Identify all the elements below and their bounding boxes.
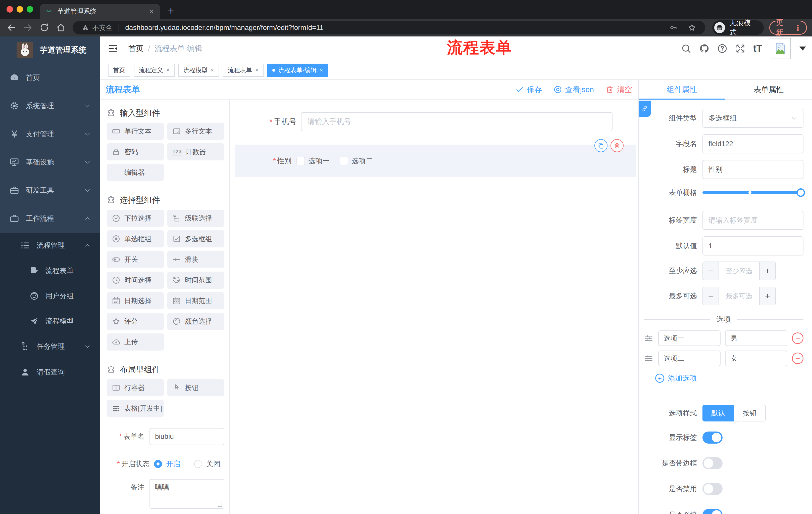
gender-option-1-label[interactable]: 选项一 <box>309 156 330 166</box>
remove-option-button[interactable]: − <box>792 332 804 344</box>
field-name-input[interactable]: field122 <box>702 134 804 154</box>
component-time-picker[interactable]: 时间选择 <box>107 272 164 289</box>
option-1-label-input[interactable]: 选项一 <box>658 330 721 346</box>
reload-icon[interactable] <box>39 23 49 33</box>
url-bar[interactable]: 不安全 dashboard.yudao.iocoder.cn/bpm/manag… <box>72 21 705 34</box>
sidebar-item-infrastructure[interactable]: 基础设施 <box>0 148 100 176</box>
save-button[interactable]: 保存 <box>515 84 542 95</box>
min-select-input[interactable]: 至少应选 <box>719 262 759 280</box>
home-icon[interactable] <box>56 23 65 33</box>
title-input[interactable]: 性别 <box>702 160 804 179</box>
stepper-plus-button[interactable]: + <box>759 262 775 280</box>
help-icon[interactable] <box>717 43 728 54</box>
disabled-toggle[interactable] <box>702 483 723 495</box>
sidebar-item-task-management[interactable]: 任务管理 <box>0 334 100 359</box>
component-radio-group[interactable]: 单选框组 <box>107 231 164 247</box>
browser-tab[interactable]: 芋道管理系统 × <box>40 4 160 19</box>
browser-update-button[interactable]: 更新 ⋮ <box>769 21 807 35</box>
component-editor[interactable]: 编辑器 <box>107 164 164 181</box>
phone-field-row[interactable]: *手机号 请输入手机号 <box>259 112 638 131</box>
tab-form-props[interactable]: 表单属性 <box>725 80 812 99</box>
option-2-label-input[interactable]: 选项二 <box>658 351 721 366</box>
component-color-picker[interactable]: 颜色选择 <box>167 313 224 330</box>
tag-close-icon[interactable]: × <box>255 66 259 74</box>
form-remark-textarea[interactable]: 嘿嘿 <box>149 479 224 509</box>
gender-checkbox-1[interactable] <box>296 157 305 165</box>
new-tab-button[interactable]: + <box>168 5 174 17</box>
security-label[interactable]: 不安全 <box>92 23 113 32</box>
github-icon[interactable] <box>699 43 709 54</box>
tag-close-icon[interactable]: × <box>320 66 323 74</box>
component-switch[interactable]: 开关 <box>107 251 164 268</box>
sidebar-item-system[interactable]: 系统管理 <box>0 92 100 120</box>
label-width-input[interactable]: 请输入标签宽度 <box>702 211 804 230</box>
stepper-minus-button[interactable]: − <box>703 287 719 305</box>
stepper-minus-button[interactable]: − <box>703 262 719 280</box>
tag-process-definition[interactable]: 流程定义× <box>134 64 175 77</box>
browser-menu-icon[interactable]: ⋮ <box>794 23 802 32</box>
tag-home[interactable]: 首页 <box>108 64 130 77</box>
component-table[interactable]: 表格[开发中] <box>107 400 164 417</box>
radio-off[interactable] <box>194 460 202 468</box>
slider-handle[interactable] <box>796 188 805 197</box>
component-row-container[interactable]: 行容器 <box>107 379 164 396</box>
option-2-value-input[interactable]: 女 <box>725 351 787 366</box>
component-date-picker[interactable]: 日期选择 <box>107 292 164 309</box>
sidebar-item-process-form[interactable]: 流程表单 <box>0 258 100 283</box>
max-select-input[interactable]: 最多可选 <box>719 287 759 305</box>
tag-close-icon[interactable]: × <box>166 66 170 74</box>
password-key-icon[interactable] <box>669 23 677 32</box>
show-tag-toggle[interactable] <box>702 432 723 443</box>
avatar[interactable] <box>770 38 791 59</box>
component-cascader[interactable]: 级联选择 <box>167 210 224 227</box>
sidebar-item-process-model[interactable]: 流程模型 <box>0 308 100 334</box>
bind-link-button[interactable] <box>639 101 651 117</box>
tab-component-props[interactable]: 组件属性 <box>639 80 725 99</box>
sidebar-item-process-management[interactable]: 流程管理 <box>0 233 100 258</box>
style-button-button[interactable]: 按钮 <box>734 405 766 422</box>
option-1-value-input[interactable]: 男 <box>725 330 787 346</box>
delete-component-button[interactable] <box>610 139 624 152</box>
default-value-input[interactable]: 1 <box>702 236 804 255</box>
component-time-range[interactable]: 时间范围 <box>167 272 224 289</box>
tag-process-form[interactable]: 流程表单× <box>223 64 264 77</box>
radio-off-label[interactable]: 关闭 <box>206 459 220 469</box>
url-text[interactable]: dashboard.yudao.iocoder.cn/bpm/manager/f… <box>125 24 659 32</box>
radio-on-label[interactable]: 开启 <box>166 459 180 469</box>
window-minimize-button[interactable] <box>17 6 23 12</box>
avatar-dropdown-icon[interactable] <box>800 47 806 51</box>
selected-component-gender[interactable]: *性别 选项一 选项二 <box>235 144 636 177</box>
back-icon[interactable] <box>6 23 16 33</box>
breadcrumb-home[interactable]: 首页 <box>128 44 143 54</box>
required-toggle[interactable] <box>702 509 723 514</box>
window-close-button[interactable] <box>6 6 13 12</box>
sidebar-item-payment[interactable]: ¥ 支付管理 <box>0 120 100 148</box>
gender-option-2-label[interactable]: 选项二 <box>352 156 373 166</box>
security-warning-icon[interactable] <box>82 24 89 31</box>
component-select[interactable]: 下拉选择 <box>107 210 164 227</box>
sidebar-item-devtools[interactable]: 研发工具 <box>0 176 100 205</box>
search-icon[interactable] <box>681 43 691 54</box>
form-grid-slider[interactable] <box>702 186 804 200</box>
font-size-icon[interactable]: tT <box>753 43 762 54</box>
component-multi-line-text[interactable]: 多行文本 <box>167 123 224 140</box>
with-border-toggle[interactable] <box>702 457 723 469</box>
component-password[interactable]: 密码 <box>107 143 164 160</box>
component-slider[interactable]: 滑块 <box>167 251 224 268</box>
window-zoom-button[interactable] <box>27 6 33 12</box>
form-canvas[interactable]: *手机号 请输入手机号 *性别 选项一 选项二 <box>230 100 638 514</box>
view-json-button[interactable]: 查看json <box>553 84 594 95</box>
duplicate-component-button[interactable] <box>594 139 608 152</box>
drag-handle-icon[interactable] <box>644 353 654 363</box>
sidebar-item-leave-query[interactable]: 请假查询 <box>0 359 100 385</box>
gender-checkbox-2[interactable] <box>340 157 348 165</box>
tag-process-form-edit[interactable]: 流程表单-编辑× <box>267 64 328 77</box>
component-type-select[interactable]: 多选框组 <box>702 109 804 128</box>
phone-input[interactable]: 请输入手机号 <box>301 112 612 131</box>
component-single-line-text[interactable]: 单行文本 <box>107 123 164 140</box>
style-default-button[interactable]: 默认 <box>702 405 734 422</box>
add-option-button[interactable]: + 添加选项 <box>655 373 804 383</box>
radio-on[interactable] <box>154 460 162 468</box>
fullscreen-icon[interactable] <box>735 43 746 54</box>
tag-close-icon[interactable]: × <box>210 66 214 74</box>
